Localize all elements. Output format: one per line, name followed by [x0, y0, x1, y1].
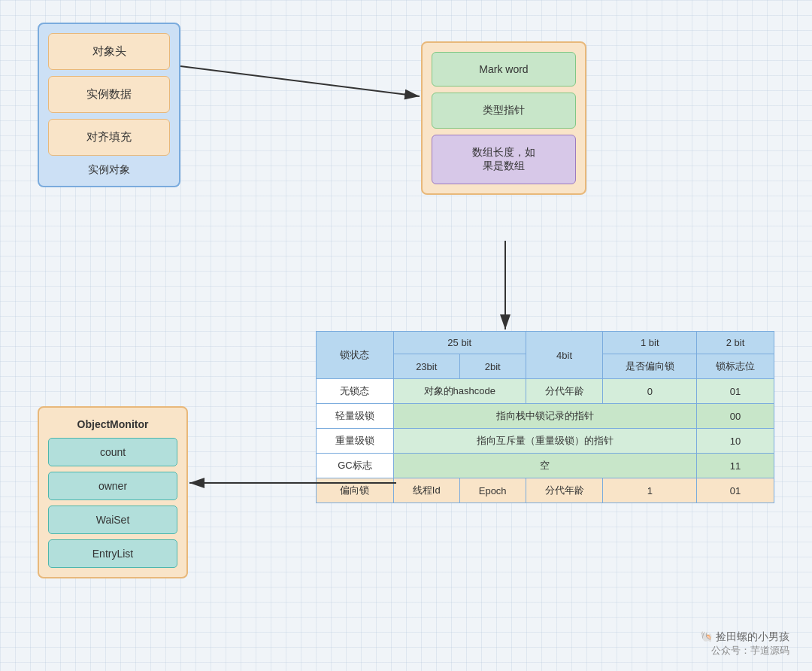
row-heavy-flag: 10 — [697, 429, 774, 454]
instance-field-data: 实例数据 — [48, 76, 170, 113]
col-23bit: 23bit — [393, 354, 459, 379]
markword-table-wrapper: 锁状态 25 bit 4bit 1 bit 2 bit 23bit 2bit 是… — [316, 331, 774, 503]
row-nolock-flag: 01 — [697, 379, 774, 404]
row-heavy-ptr: 指向互斥量（重量级锁）的指针 — [393, 429, 696, 454]
col-2bit-sub: 2bit — [459, 354, 526, 379]
instance-object-label: 实例对象 — [48, 163, 170, 177]
watermark-line1: 🐚 捡田螺的小男孩 — [700, 630, 789, 644]
object-monitor-box: ObjectMonitor count owner WaiSet EntryLi… — [38, 406, 188, 578]
row-light-ptr: 指向栈中锁记录的指针 — [393, 404, 696, 429]
row-nolock-age: 分代年龄 — [526, 379, 603, 404]
row-light-state: 轻量级锁 — [317, 404, 394, 429]
object-header-box: Mark word 类型指针 数组长度，如果是数组 — [421, 41, 586, 195]
header-markword: Mark word — [432, 52, 576, 87]
watermark: 🐚 捡田螺的小男孩 公众号：芋道源码 — [700, 630, 789, 657]
row-gc-flag: 11 — [697, 454, 774, 478]
row-gc-empty: 空 — [393, 454, 696, 478]
om-waitset: WaiSet — [48, 506, 177, 534]
instance-field-padding: 对齐填充 — [48, 119, 170, 156]
markword-table: 锁状态 25 bit 4bit 1 bit 2 bit 23bit 2bit 是… — [316, 331, 774, 503]
row-nolock-biased: 0 — [603, 379, 697, 404]
row-biased-state: 偏向锁 — [317, 478, 394, 503]
om-count: count — [48, 438, 177, 466]
row-nolock-state: 无锁态 — [317, 379, 394, 404]
om-entrylist: EntryList — [48, 539, 177, 568]
row-heavy-state: 重量级锁 — [317, 429, 394, 454]
col-25bit: 25 bit — [393, 332, 526, 354]
header-typeptr: 类型指针 — [432, 93, 576, 129]
col-4bit: 4bit — [526, 332, 603, 379]
om-title: ObjectMonitor — [48, 418, 177, 430]
instance-field-header: 对象头 — [48, 33, 170, 70]
col-lock-state: 锁状态 — [317, 332, 394, 379]
col-2bit: 2 bit — [697, 332, 774, 354]
om-owner: owner — [48, 472, 177, 500]
col-biased: 是否偏向锁 — [603, 354, 697, 379]
row-biased-flag: 01 — [697, 478, 774, 503]
col-flagbits: 锁标志位 — [697, 354, 774, 379]
col-1bit: 1 bit — [603, 332, 697, 354]
row-light-flag: 00 — [697, 404, 774, 429]
header-arraylen: 数组长度，如果是数组 — [432, 135, 576, 184]
row-biased-age: 分代年龄 — [526, 478, 603, 503]
row-nolock-hashcode: 对象的hashcode — [393, 379, 526, 404]
row-biased-epoch: Epoch — [459, 478, 526, 503]
watermark-line2: 公众号：芋道源码 — [700, 644, 789, 657]
row-gc-state: GC标志 — [317, 454, 394, 478]
row-biased-tid: 线程Id — [393, 478, 459, 503]
svg-line-1 — [180, 66, 420, 96]
instance-object-box: 对象头 实例数据 对齐填充 实例对象 — [38, 23, 180, 187]
row-biased-biased: 1 — [603, 478, 697, 503]
